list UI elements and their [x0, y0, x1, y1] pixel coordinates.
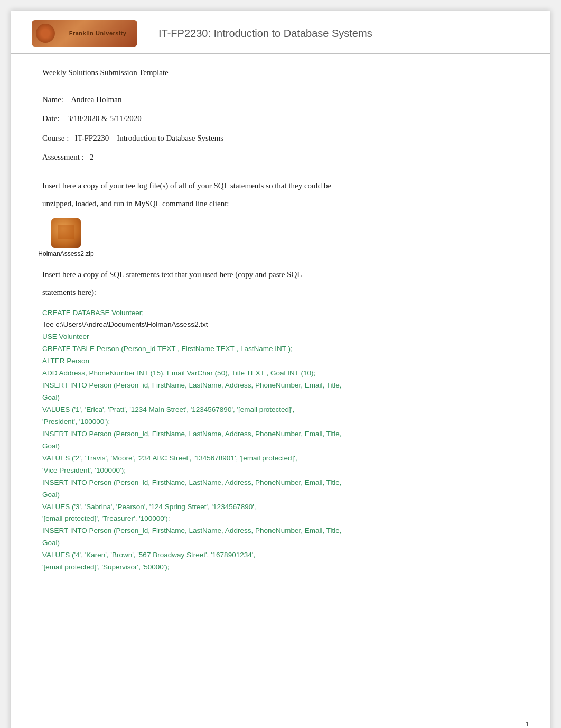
sql-line: INSERT INTO Person (Person_id, FirstName…: [42, 428, 519, 440]
sql-line: ADD Address, PhoneNumber INT (15), Email…: [42, 367, 519, 380]
name-label: Name:: [42, 95, 63, 104]
sql-line: INSERT INTO Person (Person_id, FirstName…: [42, 525, 519, 537]
tee-log-text2: unzipped, loaded, and run in MySQL comma…: [42, 197, 519, 210]
date-label: Date:: [42, 114, 59, 123]
sql-line: Goal): [42, 489, 519, 501]
sql-line: VALUES ('4', 'Karen', 'Brown', '567 Broa…: [42, 549, 519, 561]
sql-line: VALUES ('1', 'Erica', 'Pratt', '1234 Mai…: [42, 404, 519, 416]
zip-attachment: HolmanAssess2.zip: [42, 218, 90, 257]
zip-icon: [51, 218, 81, 248]
header-title: IT-FP2230: Introduction to Database Syst…: [158, 27, 372, 40]
submission-template-label: Weekly Solutions Submission Template: [42, 67, 519, 79]
name-value: Andrea Holman: [71, 95, 121, 104]
sql-line: ALTER Person: [42, 355, 519, 367]
sql-line: CREATE DATABASE Volunteer;: [42, 307, 519, 319]
assessment-field: Assessment : 2: [42, 151, 519, 163]
assessment-value: 2: [90, 153, 94, 161]
sql-line: USE Volunteer: [42, 331, 519, 343]
sql-code-block: CREATE DATABASE Volunteer;Tee c:\Users\A…: [42, 307, 519, 574]
sql-line: '[email protected]', 'Treasurer', '10000…: [42, 513, 519, 525]
sql-text2: statements here):: [42, 286, 519, 299]
zip-filename: HolmanAssess2.zip: [38, 250, 94, 257]
sql-line: VALUES ('3', 'Sabrina', 'Pearson', '124 …: [42, 501, 519, 513]
sql-line: Tee c:\Users\Andrea\Documents\HolmanAsse…: [42, 319, 519, 331]
sql-line: Goal): [42, 537, 519, 549]
sql-line: 'President', '100000');: [42, 416, 519, 428]
sql-line: Goal): [42, 392, 519, 404]
page-number: 1: [526, 720, 529, 728]
page: Franklin University IT-FP2230: Introduct…: [11, 11, 550, 728]
sql-line: INSERT INTO Person (Person_id, FirstName…: [42, 477, 519, 489]
course-field: Course : IT-FP2230 – Introduction to Dat…: [42, 132, 519, 144]
header: Franklin University IT-FP2230: Introduct…: [11, 11, 550, 54]
course-value: IT-FP2230 – Introduction to Database Sys…: [75, 134, 224, 142]
sql-line: '[email protected]', 'Supervisor', '5000…: [42, 561, 519, 574]
sql-line: INSERT INTO Person (Person_id, FirstName…: [42, 380, 519, 392]
tee-log-text1: Insert here a copy of your tee log file(…: [42, 179, 519, 192]
assessment-label: Assessment :: [42, 153, 84, 161]
sql-line: 'Vice President', '100000');: [42, 465, 519, 477]
date-field: Date: 3/18/2020 & 5/11/2020: [42, 113, 519, 125]
sql-line: VALUES ('2', 'Travis', 'Moore', '234 ABC…: [42, 453, 519, 465]
sql-line: CREATE TABLE Person (Person_id TEXT , Fi…: [42, 343, 519, 355]
course-label: Course :: [42, 134, 69, 142]
date-value: 3/18/2020 & 5/11/2020: [67, 114, 141, 123]
sql-text1: Insert here a copy of SQL statements tex…: [42, 268, 519, 281]
logo-text: Franklin University: [69, 30, 127, 36]
name-field: Name: Andrea Holman: [42, 94, 519, 106]
sql-line: Goal): [42, 440, 519, 453]
content: Weekly Solutions Submission Template Nam…: [11, 67, 550, 605]
logo: Franklin University: [32, 20, 137, 47]
